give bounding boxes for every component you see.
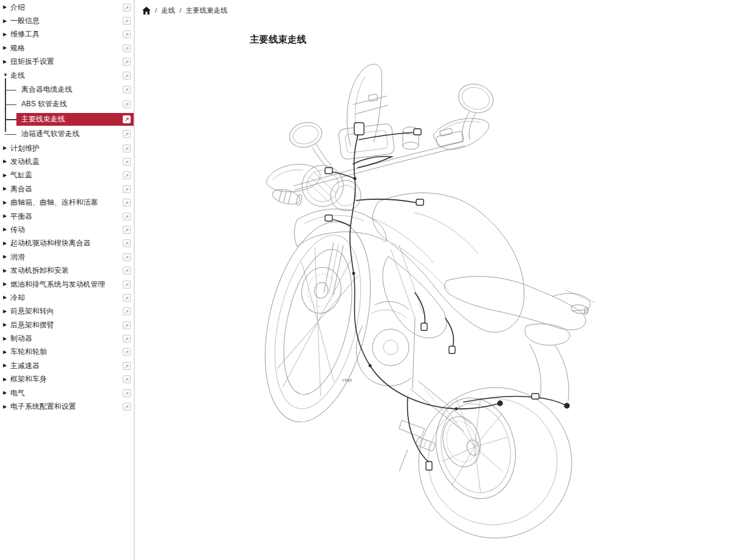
external-link-icon[interactable]: ↗ — [123, 30, 131, 38]
external-link-icon[interactable]: ↗ — [123, 362, 131, 370]
sidebar-item[interactable]: ▶车轮和轮胎↗ — [0, 346, 134, 359]
sidebar-subitem-box[interactable]: 油箱通气软管走线↗ — [16, 128, 134, 140]
sidebar-item[interactable]: ▶曲轴箱、曲轴、连杆和活塞↗ — [0, 196, 134, 209]
sidebar-item[interactable]: ▶框架和车身↗ — [0, 373, 134, 386]
triangle-right-icon[interactable]: ▶ — [3, 282, 10, 287]
sidebar-item[interactable]: ▶发动机拆卸和安装↗ — [0, 264, 134, 277]
triangle-right-icon[interactable]: ▶ — [3, 391, 10, 395]
triangle-right-icon[interactable]: ▶ — [3, 173, 10, 178]
tree-connector — [5, 104, 16, 106]
triangle-right-icon[interactable]: ▶ — [3, 405, 10, 409]
external-link-icon[interactable]: ↗ — [123, 226, 131, 234]
external-link-icon[interactable]: ↗ — [123, 199, 131, 207]
sidebar-subitem-box[interactable]: 主要线束走线↗ — [16, 113, 134, 125]
triangle-right-icon[interactable]: ▶ — [3, 295, 10, 300]
external-link-icon[interactable]: ↗ — [123, 145, 131, 152]
sidebar-item-label: 曲轴箱、曲轴、连杆和活塞 — [10, 197, 119, 208]
external-link-icon[interactable]: ↗ — [123, 72, 131, 80]
triangle-right-icon[interactable]: ▶ — [3, 363, 10, 368]
breadcrumb-link-routing[interactable]: 走线 — [161, 6, 175, 15]
triangle-right-icon[interactable]: ▶ — [3, 350, 10, 355]
external-link-icon[interactable]: ↗ — [123, 239, 131, 247]
sidebar-item[interactable]: ▶计划维护↗ — [0, 142, 134, 155]
triangle-right-icon[interactable]: ▶ — [3, 254, 10, 259]
sidebar-item[interactable]: ▶介绍↗ — [0, 1, 134, 14]
triangle-right-icon[interactable]: ▶ — [3, 268, 10, 273]
sidebar-item[interactable]: ▶发动机盖↗ — [0, 155, 134, 168]
sidebar-item[interactable]: ▶起动机驱动和楔块离合器↗ — [0, 237, 134, 250]
sidebar-subitem[interactable]: 离合器电缆走线↗ — [0, 82, 134, 97]
sidebar-item[interactable]: ▶规格↗ — [0, 41, 134, 55]
external-link-icon[interactable]: ↗ — [123, 58, 131, 66]
external-link-icon[interactable]: ↗ — [123, 100, 131, 108]
sidebar-subitem[interactable]: ABS 软管走线↗ — [0, 97, 134, 112]
sidebar-item[interactable]: ▶燃油和排气系统与发动机管理↗ — [0, 278, 134, 291]
external-link-icon[interactable]: ↗ — [123, 348, 131, 356]
sidebar-item-label: 润滑 — [10, 252, 119, 262]
external-link-icon[interactable]: ↗ — [123, 86, 131, 94]
triangle-right-icon[interactable]: ▶ — [3, 227, 10, 232]
sidebar-subitem-box[interactable]: ABS 软管走线↗ — [16, 98, 134, 111]
triangle-right-icon[interactable]: ▶ — [3, 32, 10, 37]
sidebar-item[interactable]: ▶冷却↗ — [0, 291, 134, 304]
triangle-right-icon[interactable]: ▶ — [3, 200, 10, 205]
sidebar-item[interactable]: ▶离合器↗ — [0, 182, 134, 196]
external-link-icon[interactable]: ↗ — [123, 185, 131, 193]
external-link-icon[interactable]: ↗ — [123, 171, 131, 179]
tree-connector — [5, 90, 16, 91]
sidebar-item[interactable]: ▶后悬架和摆臂↗ — [0, 318, 134, 332]
triangle-right-icon[interactable]: ▶ — [3, 241, 10, 246]
triangle-right-icon[interactable]: ▶ — [3, 19, 10, 24]
triangle-right-icon[interactable]: ▶ — [3, 146, 10, 151]
external-link-icon[interactable]: ↗ — [123, 335, 131, 343]
triangle-right-icon[interactable]: ▶ — [3, 309, 10, 314]
external-link-icon[interactable]: ↗ — [123, 158, 131, 166]
sidebar-item[interactable]: ▶制动器↗ — [0, 332, 134, 345]
external-link-icon[interactable]: ↗ — [123, 375, 131, 383]
triangle-right-icon[interactable]: ▶ — [3, 214, 10, 219]
sidebar-subitem-label: 离合器电缆走线 — [21, 84, 119, 95]
sidebar-subitem[interactable]: 油箱通气软管走线↗ — [0, 127, 134, 142]
external-link-icon[interactable]: ↗ — [123, 389, 131, 397]
external-link-icon[interactable]: ↗ — [123, 44, 131, 52]
sidebar-item[interactable]: ▶电子系统配置和设置↗ — [0, 400, 134, 413]
triangle-right-icon[interactable]: ▶ — [3, 377, 10, 382]
sidebar-item[interactable]: ▼走线↗ — [0, 69, 134, 82]
external-link-icon[interactable]: ↗ — [123, 321, 131, 329]
breadcrumb: / 走线 / 主要线束走线 — [142, 5, 227, 16]
sidebar-item-label: 车轮和轮胎 — [10, 347, 119, 357]
sidebar-item[interactable]: ▶气缸盖↗ — [0, 169, 134, 182]
sidebar-item[interactable]: ▶一般信息↗ — [0, 14, 134, 27]
external-link-icon[interactable]: ↗ — [123, 267, 131, 275]
triangle-right-icon[interactable]: ▶ — [3, 46, 10, 50]
external-link-icon[interactable]: ↗ — [123, 115, 131, 123]
home-icon[interactable] — [142, 7, 151, 15]
sidebar-item[interactable]: ▶润滑↗ — [0, 250, 134, 264]
external-link-icon[interactable]: ↗ — [123, 17, 131, 25]
sidebar-item[interactable]: ▶传动↗ — [0, 223, 134, 236]
external-link-icon[interactable]: ↗ — [123, 4, 131, 12]
external-link-icon[interactable]: ↗ — [123, 253, 131, 261]
wiring-harness-lines — [329, 131, 567, 463]
sidebar-item[interactable]: ▶维修工具↗ — [0, 28, 134, 41]
sidebar-item[interactable]: ▶主减速器↗ — [0, 359, 134, 372]
triangle-right-icon[interactable]: ▶ — [3, 323, 10, 327]
sidebar-item[interactable]: ▶前悬架和转向↗ — [0, 305, 134, 318]
triangle-right-icon[interactable]: ▶ — [3, 336, 10, 341]
triangle-down-icon[interactable]: ▼ — [3, 73, 10, 78]
external-link-icon[interactable]: ↗ — [123, 281, 131, 289]
sidebar-item[interactable]: ▶电气↗ — [0, 386, 134, 400]
triangle-right-icon[interactable]: ▶ — [3, 186, 10, 191]
external-link-icon[interactable]: ↗ — [123, 403, 131, 411]
external-link-icon[interactable]: ↗ — [123, 213, 131, 220]
sidebar-item[interactable]: ▶平衡器↗ — [0, 210, 134, 223]
external-link-icon[interactable]: ↗ — [123, 294, 131, 302]
sidebar-item[interactable]: ▶扭矩扳手设置↗ — [0, 55, 134, 69]
external-link-icon[interactable]: ↗ — [123, 307, 131, 315]
triangle-right-icon[interactable]: ▶ — [3, 60, 10, 64]
triangle-right-icon[interactable]: ▶ — [3, 5, 10, 10]
triangle-right-icon[interactable]: ▶ — [3, 159, 10, 164]
sidebar-subitem-box[interactable]: 离合器电缆走线↗ — [16, 83, 134, 95]
external-link-icon[interactable]: ↗ — [123, 130, 131, 138]
sidebar-subitem-selected[interactable]: 主要线束走线↗ — [0, 112, 134, 126]
